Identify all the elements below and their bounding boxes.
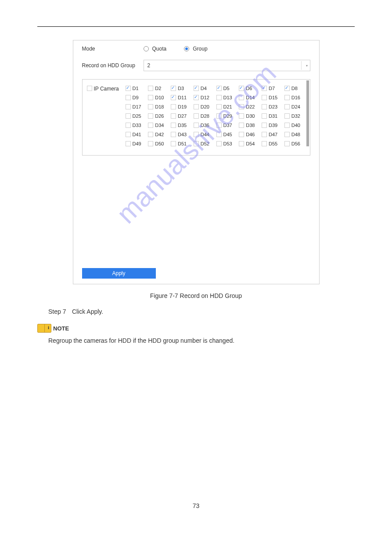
camera-checkbox[interactable]: D26 <box>148 113 169 119</box>
camera-checkbox[interactable]: D33 <box>126 123 147 128</box>
camera-checkbox[interactable]: D11 <box>171 95 192 100</box>
camera-checkbox[interactable]: D48 <box>284 132 306 137</box>
camera-checkbox[interactable]: D24 <box>284 104 306 109</box>
camera-checkbox[interactable]: D49 <box>126 141 147 146</box>
hdd-row: Record on HDD Group 2 ▾ <box>82 60 310 71</box>
apply-button[interactable]: Apply <box>82 268 156 279</box>
camera-label: D50 <box>155 141 164 146</box>
camera-checkbox[interactable]: D27 <box>171 113 192 119</box>
camera-checkbox[interactable]: D2 <box>148 86 169 91</box>
camera-checkbox[interactable]: D8 <box>284 86 306 91</box>
camera-checkbox[interactable]: D22 <box>239 104 260 109</box>
camera-checkbox[interactable]: D45 <box>216 132 237 137</box>
camera-checkbox[interactable]: D12 <box>194 95 215 100</box>
camera-checkbox[interactable]: D34 <box>148 123 169 128</box>
camera-checkbox[interactable]: D9 <box>126 95 147 100</box>
camera-checkbox[interactable]: D43 <box>171 132 192 137</box>
camera-checkbox[interactable]: D36 <box>194 123 215 128</box>
camera-checkbox[interactable]: D35 <box>171 123 192 128</box>
camera-checkbox[interactable]: D17 <box>126 104 147 109</box>
checkbox-icon <box>262 141 267 146</box>
camera-checkbox[interactable]: D15 <box>262 95 283 100</box>
radio-quota-label: Quota <box>152 46 167 52</box>
checkbox-icon <box>216 104 222 109</box>
camera-label: D43 <box>178 132 187 137</box>
camera-checkbox[interactable]: D23 <box>262 104 283 109</box>
camera-label: D23 <box>269 104 277 109</box>
camera-checkbox[interactable]: D10 <box>148 95 169 100</box>
radio-group[interactable]: Group <box>184 46 207 52</box>
camera-checkbox[interactable]: D18 <box>148 104 169 109</box>
camera-checkbox[interactable]: D3 <box>171 86 192 91</box>
checkbox-icon <box>284 132 290 137</box>
camera-checkbox[interactable]: D28 <box>194 113 215 119</box>
camera-checkbox[interactable]: D38 <box>239 123 260 128</box>
checkbox-icon <box>148 113 153 119</box>
radio-group-label: Group <box>193 46 207 52</box>
note-label: NOTE <box>53 325 69 332</box>
camera-checkbox[interactable]: D13 <box>216 95 237 100</box>
camera-checkbox[interactable]: D55 <box>262 141 283 146</box>
checkbox-icon <box>171 95 176 100</box>
camera-checkbox[interactable]: D37 <box>216 123 237 128</box>
camera-label: D13 <box>223 95 232 100</box>
camera-checkbox[interactable]: D42 <box>148 132 169 137</box>
figure-caption: Figure 7-7 Record on HDD Group <box>37 292 355 299</box>
camera-checkbox[interactable]: D52 <box>194 141 215 146</box>
camera-label: D45 <box>223 132 232 137</box>
camera-checkbox[interactable]: D47 <box>262 132 283 137</box>
camera-label: D48 <box>291 132 300 137</box>
checkbox-icon <box>284 141 290 146</box>
hdd-select[interactable]: 2 ▾ <box>144 60 310 71</box>
camera-label: D9 <box>133 95 139 100</box>
camera-checkbox[interactable]: D14 <box>239 95 260 100</box>
checkbox-icon <box>239 141 244 146</box>
page-number: 73 <box>37 502 355 509</box>
camera-checkbox[interactable]: D41 <box>126 132 147 137</box>
camera-checkbox[interactable]: D31 <box>262 113 283 119</box>
camera-checkbox[interactable]: D4 <box>194 86 215 91</box>
camera-label: D21 <box>223 104 232 109</box>
camera-checkbox[interactable]: D44 <box>194 132 215 137</box>
camera-checkbox[interactable]: D6 <box>239 86 260 91</box>
camera-checkbox[interactable]: D40 <box>284 123 306 128</box>
camera-checkbox[interactable]: D7 <box>262 86 283 91</box>
radio-quota[interactable]: Quota <box>144 46 167 52</box>
camera-label: D15 <box>269 95 277 100</box>
camera-checkbox[interactable]: D50 <box>148 141 169 146</box>
camera-checkbox[interactable]: D21 <box>216 104 237 109</box>
camera-checkbox[interactable]: D46 <box>239 132 260 137</box>
ip-camera-checkbox[interactable]: IP Camera <box>87 86 126 146</box>
camera-checkbox[interactable]: D56 <box>284 141 306 146</box>
checkbox-icon <box>194 132 199 137</box>
camera-label: D4 <box>201 86 207 91</box>
camera-checkbox[interactable]: D54 <box>239 141 260 146</box>
camera-checkbox[interactable]: D30 <box>239 113 260 119</box>
step-7: Step 7 Click Apply. <box>48 308 355 315</box>
checkbox-icon <box>171 113 176 119</box>
camera-checkbox[interactable]: D20 <box>194 104 215 109</box>
camera-checkbox[interactable]: D51 <box>171 141 192 146</box>
camera-checkbox[interactable]: D25 <box>126 113 147 119</box>
camera-label: D35 <box>178 123 187 128</box>
camera-checkbox[interactable]: D39 <box>262 123 283 128</box>
hdd-label: Record on HDD Group <box>82 62 144 69</box>
radio-icon <box>184 46 189 51</box>
camera-checkbox[interactable]: D53 <box>216 141 237 146</box>
camera-label: D40 <box>291 123 300 128</box>
camera-checkbox[interactable]: D19 <box>171 104 192 109</box>
step-number: Step 7 <box>48 308 70 315</box>
camera-label: D56 <box>291 141 300 146</box>
camera-checkbox[interactable]: D29 <box>216 113 237 119</box>
checkbox-icon <box>262 123 267 128</box>
camera-grid: D1D2D3D4D5D6D7D8D9D10D11D12D13D14D15D16D… <box>126 86 306 146</box>
camera-checkbox[interactable]: D5 <box>216 86 237 91</box>
scrollbar[interactable] <box>306 80 309 146</box>
checkbox-icon <box>171 123 176 128</box>
camera-label: D28 <box>201 113 209 119</box>
checkbox-icon <box>194 141 199 146</box>
camera-checkbox[interactable]: D16 <box>284 95 306 100</box>
camera-checkbox[interactable]: D1 <box>126 86 147 91</box>
camera-checkbox[interactable]: D32 <box>284 113 306 119</box>
camera-label: D16 <box>291 95 300 100</box>
